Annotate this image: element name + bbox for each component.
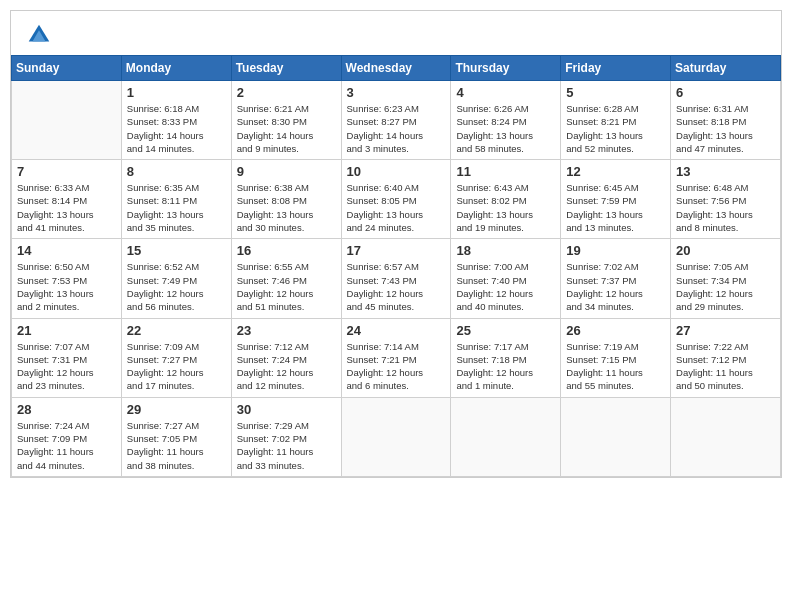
day-cell: 4Sunrise: 6:26 AM Sunset: 8:24 PM Daylig… [451,81,561,160]
weekday-header-sunday: Sunday [12,56,122,81]
day-info: Sunrise: 7:12 AM Sunset: 7:24 PM Dayligh… [237,340,336,393]
day-number: 5 [566,85,665,100]
day-cell [12,81,122,160]
day-cell [451,397,561,476]
day-cell: 12Sunrise: 6:45 AM Sunset: 7:59 PM Dayli… [561,160,671,239]
day-cell: 10Sunrise: 6:40 AM Sunset: 8:05 PM Dayli… [341,160,451,239]
day-info: Sunrise: 7:24 AM Sunset: 7:09 PM Dayligh… [17,419,116,472]
day-number: 10 [347,164,446,179]
day-cell: 29Sunrise: 7:27 AM Sunset: 7:05 PM Dayli… [121,397,231,476]
day-cell: 6Sunrise: 6:31 AM Sunset: 8:18 PM Daylig… [671,81,781,160]
day-number: 16 [237,243,336,258]
day-info: Sunrise: 6:38 AM Sunset: 8:08 PM Dayligh… [237,181,336,234]
week-row-5: 28Sunrise: 7:24 AM Sunset: 7:09 PM Dayli… [12,397,781,476]
header [11,11,781,55]
day-number: 25 [456,323,555,338]
day-cell: 16Sunrise: 6:55 AM Sunset: 7:46 PM Dayli… [231,239,341,318]
day-info: Sunrise: 7:14 AM Sunset: 7:21 PM Dayligh… [347,340,446,393]
day-cell [671,397,781,476]
day-cell: 15Sunrise: 6:52 AM Sunset: 7:49 PM Dayli… [121,239,231,318]
weekday-header-tuesday: Tuesday [231,56,341,81]
calendar-table: SundayMondayTuesdayWednesdayThursdayFrid… [11,55,781,477]
day-info: Sunrise: 7:05 AM Sunset: 7:34 PM Dayligh… [676,260,775,313]
day-info: Sunrise: 6:43 AM Sunset: 8:02 PM Dayligh… [456,181,555,234]
day-number: 14 [17,243,116,258]
day-number: 4 [456,85,555,100]
day-number: 17 [347,243,446,258]
day-info: Sunrise: 6:26 AM Sunset: 8:24 PM Dayligh… [456,102,555,155]
day-info: Sunrise: 7:07 AM Sunset: 7:31 PM Dayligh… [17,340,116,393]
day-number: 19 [566,243,665,258]
day-number: 8 [127,164,226,179]
logo-icon [25,21,53,49]
day-info: Sunrise: 7:27 AM Sunset: 7:05 PM Dayligh… [127,419,226,472]
day-cell: 18Sunrise: 7:00 AM Sunset: 7:40 PM Dayli… [451,239,561,318]
week-row-1: 1Sunrise: 6:18 AM Sunset: 8:33 PM Daylig… [12,81,781,160]
weekday-header-saturday: Saturday [671,56,781,81]
day-cell: 20Sunrise: 7:05 AM Sunset: 7:34 PM Dayli… [671,239,781,318]
day-cell: 14Sunrise: 6:50 AM Sunset: 7:53 PM Dayli… [12,239,122,318]
day-cell: 8Sunrise: 6:35 AM Sunset: 8:11 PM Daylig… [121,160,231,239]
logo [25,21,57,49]
day-cell: 9Sunrise: 6:38 AM Sunset: 8:08 PM Daylig… [231,160,341,239]
week-row-4: 21Sunrise: 7:07 AM Sunset: 7:31 PM Dayli… [12,318,781,397]
day-cell: 27Sunrise: 7:22 AM Sunset: 7:12 PM Dayli… [671,318,781,397]
calendar-page: SundayMondayTuesdayWednesdayThursdayFrid… [10,10,782,478]
day-cell [341,397,451,476]
day-info: Sunrise: 6:50 AM Sunset: 7:53 PM Dayligh… [17,260,116,313]
week-row-2: 7Sunrise: 6:33 AM Sunset: 8:14 PM Daylig… [12,160,781,239]
day-cell: 22Sunrise: 7:09 AM Sunset: 7:27 PM Dayli… [121,318,231,397]
day-number: 6 [676,85,775,100]
day-number: 2 [237,85,336,100]
day-cell: 17Sunrise: 6:57 AM Sunset: 7:43 PM Dayli… [341,239,451,318]
day-cell: 19Sunrise: 7:02 AM Sunset: 7:37 PM Dayli… [561,239,671,318]
day-info: Sunrise: 7:22 AM Sunset: 7:12 PM Dayligh… [676,340,775,393]
weekday-header-monday: Monday [121,56,231,81]
day-cell: 23Sunrise: 7:12 AM Sunset: 7:24 PM Dayli… [231,318,341,397]
day-number: 30 [237,402,336,417]
day-number: 7 [17,164,116,179]
day-cell: 2Sunrise: 6:21 AM Sunset: 8:30 PM Daylig… [231,81,341,160]
day-number: 13 [676,164,775,179]
day-cell: 26Sunrise: 7:19 AM Sunset: 7:15 PM Dayli… [561,318,671,397]
day-info: Sunrise: 7:17 AM Sunset: 7:18 PM Dayligh… [456,340,555,393]
day-cell: 21Sunrise: 7:07 AM Sunset: 7:31 PM Dayli… [12,318,122,397]
day-cell: 13Sunrise: 6:48 AM Sunset: 7:56 PM Dayli… [671,160,781,239]
day-number: 1 [127,85,226,100]
day-info: Sunrise: 7:09 AM Sunset: 7:27 PM Dayligh… [127,340,226,393]
day-number: 23 [237,323,336,338]
day-number: 26 [566,323,665,338]
day-info: Sunrise: 6:18 AM Sunset: 8:33 PM Dayligh… [127,102,226,155]
day-cell: 25Sunrise: 7:17 AM Sunset: 7:18 PM Dayli… [451,318,561,397]
day-cell: 1Sunrise: 6:18 AM Sunset: 8:33 PM Daylig… [121,81,231,160]
day-number: 11 [456,164,555,179]
day-info: Sunrise: 7:19 AM Sunset: 7:15 PM Dayligh… [566,340,665,393]
day-info: Sunrise: 6:40 AM Sunset: 8:05 PM Dayligh… [347,181,446,234]
day-number: 18 [456,243,555,258]
day-info: Sunrise: 6:33 AM Sunset: 8:14 PM Dayligh… [17,181,116,234]
day-info: Sunrise: 6:35 AM Sunset: 8:11 PM Dayligh… [127,181,226,234]
weekday-header-row: SundayMondayTuesdayWednesdayThursdayFrid… [12,56,781,81]
day-number: 27 [676,323,775,338]
day-cell: 24Sunrise: 7:14 AM Sunset: 7:21 PM Dayli… [341,318,451,397]
day-info: Sunrise: 6:48 AM Sunset: 7:56 PM Dayligh… [676,181,775,234]
day-number: 9 [237,164,336,179]
day-cell: 30Sunrise: 7:29 AM Sunset: 7:02 PM Dayli… [231,397,341,476]
day-cell: 7Sunrise: 6:33 AM Sunset: 8:14 PM Daylig… [12,160,122,239]
day-number: 24 [347,323,446,338]
day-cell: 3Sunrise: 6:23 AM Sunset: 8:27 PM Daylig… [341,81,451,160]
weekday-header-thursday: Thursday [451,56,561,81]
day-info: Sunrise: 6:23 AM Sunset: 8:27 PM Dayligh… [347,102,446,155]
day-cell: 11Sunrise: 6:43 AM Sunset: 8:02 PM Dayli… [451,160,561,239]
day-number: 29 [127,402,226,417]
weekday-header-wednesday: Wednesday [341,56,451,81]
day-cell: 28Sunrise: 7:24 AM Sunset: 7:09 PM Dayli… [12,397,122,476]
day-info: Sunrise: 6:31 AM Sunset: 8:18 PM Dayligh… [676,102,775,155]
day-cell [561,397,671,476]
day-number: 28 [17,402,116,417]
day-cell: 5Sunrise: 6:28 AM Sunset: 8:21 PM Daylig… [561,81,671,160]
day-info: Sunrise: 6:45 AM Sunset: 7:59 PM Dayligh… [566,181,665,234]
day-number: 3 [347,85,446,100]
day-number: 15 [127,243,226,258]
day-number: 22 [127,323,226,338]
